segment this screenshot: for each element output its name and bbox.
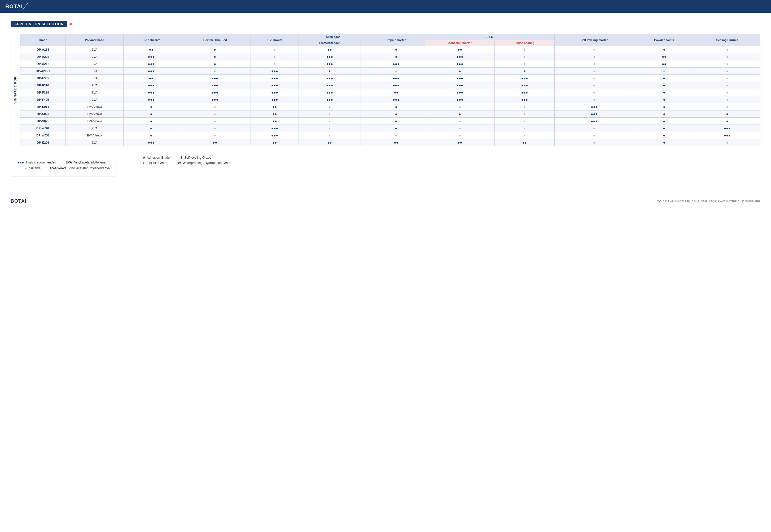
cell-powder: ● <box>634 118 694 125</box>
dot-filled: ●● <box>272 140 277 145</box>
cell-sealing: ● <box>694 103 760 110</box>
dot-filled: ●●● <box>326 97 333 102</box>
dot-filled: ● <box>523 69 526 73</box>
dot-filled: ●●● <box>521 97 528 102</box>
cell-plaster <box>360 75 367 82</box>
cell-polymer: EVA <box>66 53 123 60</box>
cell-tile-adhesive: ●●● <box>123 68 179 75</box>
dot-gray: ● <box>273 62 276 66</box>
cell-self-level: ● <box>554 68 634 75</box>
col-grade: Grade <box>20 34 66 46</box>
dot-filled: ●●● <box>326 62 333 66</box>
dot-filled: ●●● <box>148 140 154 145</box>
dot-filled: ●● <box>662 55 666 59</box>
cell-polymer: EVA/Veova <box>66 110 123 118</box>
table-container: VINNATE®RDP Grade Polymer base Tile adhe… <box>11 34 760 146</box>
cell-sealing: ●●● <box>694 132 760 139</box>
dot-filled: ●●● <box>271 133 278 138</box>
cell-grade: DP-W032 <box>20 132 66 139</box>
cell-plaster <box>360 118 367 125</box>
cell-repair: ● <box>367 110 425 118</box>
cell-tile-grouts: ●●● <box>251 68 299 75</box>
dot-gray: ● <box>328 126 330 130</box>
cell-plaster <box>360 110 367 118</box>
cell-sealing: ● <box>694 139 760 146</box>
dot-filled: ●●● <box>724 126 730 130</box>
cell-sealing: ● <box>694 110 760 118</box>
cell-tile-grouts: ●● <box>251 118 299 125</box>
cell-adhesion: ● <box>425 125 495 132</box>
dot-filled: ●●● <box>271 126 278 130</box>
cell-flexible: ●●● <box>179 89 250 96</box>
dot-gray: ● <box>726 69 728 73</box>
footer-logo: BOTAI <box>11 198 27 204</box>
table-row: DP-W002EVA●●●●●●●●●●●●●● <box>20 125 760 132</box>
grade-s: S Self leveling Grade <box>180 156 211 159</box>
cell-polymer: EVA <box>66 125 123 132</box>
cell-grade: DP-A202 <box>20 53 66 60</box>
dot-filled: ● <box>214 62 216 66</box>
cell-sealing: ● <box>694 89 760 96</box>
cell-adhesion: ●●● <box>425 89 495 96</box>
table-row: DP-A202EVA●●●●●●●●●●●●●●●●● <box>20 53 760 60</box>
dot-gray: ● <box>726 55 728 59</box>
cell-finish: ● <box>495 110 555 118</box>
table-row: DP-F218EVA●●●●●●●●●●●●●●●●●●●●●●● <box>20 89 760 96</box>
cell-self-level: ● <box>554 60 634 68</box>
grade-a: A Adhesion Grade <box>143 156 170 159</box>
cell-finish: ● <box>495 132 555 139</box>
cell-flexible: ● <box>179 46 250 53</box>
cell-flexible: ● <box>179 68 250 75</box>
dot-filled: ●●● <box>148 55 154 59</box>
dot-gray: ● <box>459 105 461 109</box>
cell-polymer: EVA/Veova <box>66 103 123 110</box>
cell-tile-adhesive: ●●● <box>123 53 179 60</box>
dot-filled: ●●● <box>457 83 463 87</box>
legend-section: ●●● Highly recommended EVA Vinyl acetate… <box>11 156 760 176</box>
cell-grade: DP-F405 <box>20 96 66 103</box>
cell-skim-coat: ●●● <box>298 96 360 103</box>
dot-gray: ● <box>459 126 461 130</box>
cell-tile-grouts: ● <box>251 46 299 53</box>
cell-flexible: ● <box>179 103 250 110</box>
table-row: DP-F405EVA●●●●●●●●●●●●●●●●●●●●●●●● <box>20 96 760 103</box>
dot-filled: ●●● <box>326 76 333 80</box>
cell-repair: ● <box>367 118 425 125</box>
dot-gray: ● <box>593 140 595 145</box>
cell-tile-adhesive: ●●● <box>123 139 179 146</box>
dot-filled: ●● <box>394 90 399 95</box>
application-table: Grade Polymer base Tile adhesive Flexibl… <box>20 34 760 146</box>
dot-gray: ● <box>726 140 728 145</box>
dot-gray: ● <box>328 119 330 123</box>
dot-filled: ●●● <box>211 76 218 80</box>
cell-sealing: ● <box>694 46 760 53</box>
dot-gray: ● <box>663 69 665 73</box>
dot-filled: ●●● <box>211 90 218 95</box>
dot-filled: ●● <box>662 62 666 66</box>
dot-gray: ● <box>593 97 595 102</box>
cell-flexible: ● <box>179 53 250 60</box>
cell-plaster <box>360 132 367 139</box>
cell-flexible: ● <box>179 60 250 68</box>
dot-filled: ● <box>663 140 665 145</box>
cell-powder: ● <box>634 96 694 103</box>
cell-grade: DP-F218 <box>20 89 66 96</box>
cell-repair: ●●● <box>367 75 425 82</box>
cell-skim-coat: ● <box>298 103 360 110</box>
dot-gray: ● <box>593 83 595 87</box>
cell-finish: ●●● <box>495 89 555 96</box>
cell-finish: ●●● <box>495 96 555 103</box>
cell-sealing: ● <box>694 82 760 89</box>
dot-gray: ● <box>726 90 728 95</box>
dot-gray: ● <box>214 133 216 138</box>
dot-filled: ● <box>150 105 152 109</box>
cell-adhesion: ●●● <box>425 96 495 103</box>
dot-filled: ● <box>150 119 152 123</box>
cell-powder: ● <box>634 68 694 75</box>
dot-filled: ● <box>150 133 152 138</box>
cell-flexible: ● <box>179 110 250 118</box>
dot-gray: ● <box>273 55 276 59</box>
cell-skim-coat: ●●● <box>298 89 360 96</box>
dot-gray: ● <box>593 90 595 95</box>
cell-finish: ● <box>495 60 555 68</box>
